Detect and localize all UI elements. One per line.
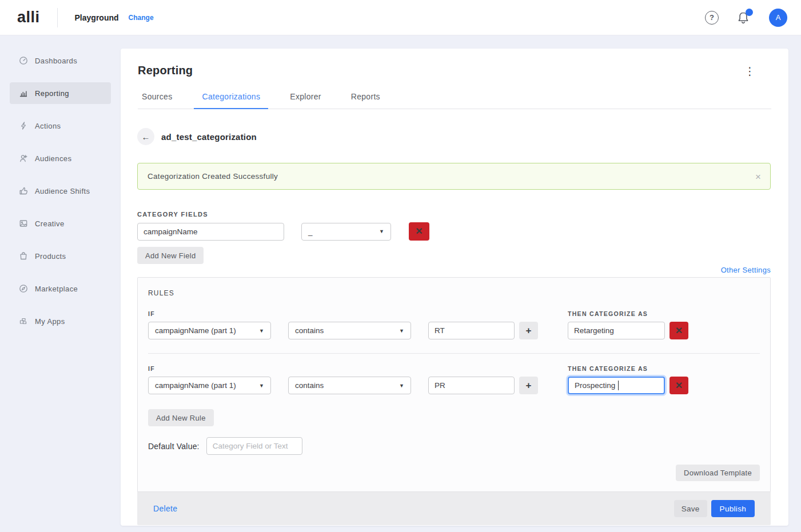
- separator-select[interactable]: _ ▼: [301, 223, 391, 241]
- lightning-icon: [19, 121, 28, 130]
- banner-close-icon[interactable]: ×: [755, 171, 761, 181]
- sidebar-item-actions[interactable]: Actions: [10, 115, 111, 137]
- add-condition-button[interactable]: +: [519, 377, 538, 394]
- focused-input-wrap: [568, 377, 665, 394]
- rule-controls: campaignName (part 1) ▼ contains ▼: [148, 322, 538, 339]
- categorization-name: ad_test_categorization: [161, 132, 257, 142]
- sidebar-item-label: Audience Shifts: [35, 187, 90, 195]
- if-label: IF: [148, 365, 538, 372]
- tab-reports[interactable]: Reports: [348, 92, 384, 109]
- rules-label: RULES: [148, 289, 760, 297]
- rule-then-group: THEN CATEGORIZE AS ✕: [568, 310, 688, 339]
- sidebar-item-products[interactable]: Products: [10, 245, 111, 267]
- sidebar-item-audience-shifts[interactable]: Audience Shifts: [10, 180, 111, 202]
- chevron-down-icon: ▼: [399, 383, 404, 389]
- separator-select-value: _: [308, 227, 313, 236]
- category-field-input[interactable]: [137, 223, 284, 241]
- default-value-row: Default Value:: [148, 437, 760, 455]
- image-icon: [19, 219, 28, 228]
- back-row: ← ad_test_categorization: [137, 128, 771, 145]
- sidebar-item-dashboards[interactable]: Dashboards: [10, 50, 111, 71]
- save-button[interactable]: Save: [674, 500, 707, 517]
- sidebar-item-label: Dashboards: [35, 57, 77, 65]
- close-icon: ✕: [415, 227, 423, 236]
- sidebar-item-label: My Apps: [35, 317, 65, 326]
- rule-field-select[interactable]: campaignName (part 1) ▼: [148, 322, 271, 339]
- sidebar-item-label: Reporting: [35, 89, 69, 98]
- notifications-button[interactable]: [737, 11, 750, 25]
- download-template-button[interactable]: Download Template: [676, 465, 760, 481]
- sidebar-item-reporting[interactable]: Reporting: [10, 82, 111, 104]
- rule-field-select-value: campaignName (part 1): [155, 381, 236, 390]
- rule-row-2: IF campaignName (part 1) ▼ contains: [148, 365, 760, 394]
- card-header: Reporting ⋮ Sources Categorizations Expl…: [121, 49, 788, 109]
- plus-icon: +: [526, 325, 532, 336]
- delete-link[interactable]: Delete: [153, 504, 177, 513]
- gauge-icon: [19, 56, 28, 65]
- card-content: ← ad_test_categorization Categorization …: [121, 109, 788, 526]
- sidebar-item-audiences[interactable]: Audiences: [10, 147, 111, 169]
- remove-rule-button[interactable]: ✕: [670, 377, 688, 394]
- main-area: Reporting ⋮ Sources Categorizations Expl…: [121, 35, 801, 532]
- sidebar-item-marketplace[interactable]: Marketplace: [10, 278, 111, 299]
- chevron-down-icon: ▼: [379, 229, 384, 234]
- plus-icon: +: [526, 380, 532, 391]
- add-new-field-button[interactable]: Add New Field: [137, 247, 204, 264]
- rule-if-group: IF campaignName (part 1) ▼ contains: [148, 310, 538, 339]
- tab-categorizations[interactable]: Categorizations: [198, 92, 264, 109]
- rule-controls: ✕: [568, 322, 688, 339]
- category-fields-label: CATEGORY FIELDS: [137, 211, 771, 218]
- action-footer: Delete Save Publish: [137, 492, 771, 525]
- page: alli Playground Change ? A: [0, 0, 801, 532]
- sidebar-item-my-apps[interactable]: My Apps: [10, 310, 111, 332]
- bar-chart-icon: [19, 89, 28, 98]
- category-name-input-focused[interactable]: [568, 377, 665, 394]
- then-categorize-as-label: THEN CATEGORIZE AS: [568, 365, 688, 372]
- rule-operator-select[interactable]: contains ▼: [288, 322, 411, 339]
- sidebar-item-label: Audiences: [35, 154, 71, 163]
- chevron-down-icon: ▼: [259, 328, 264, 334]
- rule-operator-select[interactable]: contains ▼: [288, 377, 411, 394]
- chevron-down-icon: ▼: [399, 328, 404, 334]
- category-name-input[interactable]: [568, 322, 665, 339]
- add-new-rule-button[interactable]: Add New Rule: [148, 409, 214, 426]
- kebab-menu-icon[interactable]: ⋮: [744, 66, 755, 77]
- rule-controls: ✕: [568, 377, 688, 394]
- apps-grid-icon: [19, 317, 28, 326]
- default-value-label: Default Value:: [148, 442, 200, 451]
- person-icon: [19, 154, 28, 163]
- sidebar-item-label: Marketplace: [35, 285, 78, 293]
- tab-sources[interactable]: Sources: [138, 92, 176, 109]
- compass-icon: [19, 284, 28, 293]
- rule-value-input[interactable]: [428, 322, 515, 339]
- alli-logo: alli: [17, 9, 40, 26]
- topbar-divider: [57, 8, 58, 27]
- close-icon: ✕: [675, 381, 683, 390]
- rule-controls: campaignName (part 1) ▼ contains ▼: [148, 377, 538, 394]
- tab-explorer[interactable]: Explorer: [286, 92, 325, 109]
- change-workspace-link[interactable]: Change: [129, 14, 154, 22]
- user-avatar[interactable]: A: [769, 9, 787, 27]
- remove-field-button[interactable]: ✕: [409, 222, 429, 241]
- back-button[interactable]: ←: [137, 128, 154, 145]
- rules-box: RULES IF campaignName (part 1) ▼: [137, 277, 771, 492]
- help-icon[interactable]: ?: [705, 11, 719, 25]
- rule-value-input[interactable]: [428, 377, 515, 394]
- publish-button[interactable]: Publish: [711, 500, 755, 517]
- sidebar-item-label: Products: [35, 252, 66, 261]
- page-title: Reporting: [138, 64, 771, 77]
- rule-row-1: IF campaignName (part 1) ▼ contains: [148, 310, 760, 339]
- add-condition-button[interactable]: +: [519, 322, 538, 339]
- remove-rule-button[interactable]: ✕: [670, 322, 688, 339]
- other-settings-link[interactable]: Other Settings: [721, 266, 771, 274]
- close-icon: ✕: [675, 326, 683, 335]
- default-value-input[interactable]: [206, 437, 302, 455]
- sidebar: Dashboards Reporting Actions: [0, 35, 121, 532]
- sidebar-item-creative[interactable]: Creative: [10, 213, 111, 234]
- workspace-name: Playground: [75, 13, 119, 22]
- success-banner-message: Categorization Created Successfully: [148, 172, 278, 181]
- rule-operator-select-value: contains: [295, 326, 324, 335]
- rule-field-select-value: campaignName (part 1): [155, 326, 236, 335]
- rule-field-select[interactable]: campaignName (part 1) ▼: [148, 377, 271, 394]
- text-cursor: [618, 381, 619, 390]
